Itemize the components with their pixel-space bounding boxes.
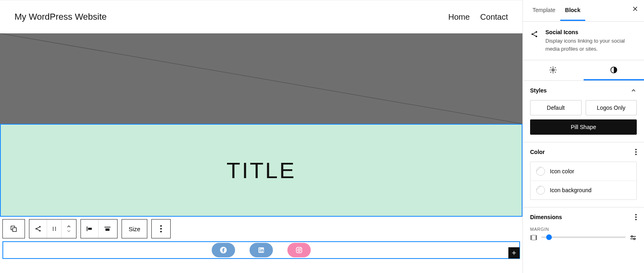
title-block[interactable]: TITLE	[0, 124, 522, 217]
svg-point-19	[160, 225, 162, 227]
svg-point-27	[298, 249, 300, 251]
styles-title: Styles	[530, 87, 547, 94]
toolbar-group-block	[29, 219, 76, 238]
social-icons-block[interactable]	[2, 241, 520, 259]
color-title: Color	[530, 149, 545, 155]
tab-template[interactable]: Template	[528, 0, 560, 21]
dots-vertical-icon	[635, 149, 637, 155]
drag-handle[interactable]	[47, 220, 62, 238]
svg-point-25	[259, 248, 260, 249]
svg-point-14	[55, 230, 56, 230]
editor-canvas: My WordPress Website Home Contact TITLE	[0, 0, 522, 273]
svg-point-45	[635, 219, 637, 220]
subtab-styles[interactable]	[584, 60, 644, 80]
hero-image-placeholder[interactable]	[0, 33, 522, 124]
margin-custom-button[interactable]	[630, 234, 637, 241]
svg-point-10	[55, 227, 56, 228]
icon-color-label: Icon color	[550, 168, 574, 174]
subtab-settings[interactable]	[523, 60, 584, 80]
close-sidebar-button[interactable]	[632, 6, 638, 12]
style-default[interactable]: Default	[530, 100, 582, 115]
margin-label: MARGIN	[523, 227, 644, 232]
social-instagram[interactable]	[287, 243, 311, 257]
close-icon	[632, 6, 638, 12]
drag-icon	[52, 226, 57, 232]
move-icon	[66, 224, 72, 233]
align-icon	[103, 225, 111, 233]
linkedin-icon	[258, 246, 265, 254]
dimensions-title: Dimensions	[530, 214, 562, 220]
justify-left-icon	[86, 225, 94, 233]
empty-swatch-icon	[536, 186, 545, 195]
icon-background-label: Icon background	[550, 187, 592, 193]
svg-rect-3	[13, 228, 17, 232]
margin-slider[interactable]	[541, 236, 625, 239]
nav-link-contact[interactable]: Contact	[480, 12, 508, 22]
svg-point-52	[634, 238, 635, 240]
icon-color-row[interactable]: Icon color	[530, 162, 636, 181]
dimensions-options-menu[interactable]	[635, 214, 637, 220]
site-header: My WordPress Website Home Contact	[0, 0, 522, 33]
svg-line-37	[533, 35, 535, 36]
social-facebook[interactable]	[212, 243, 235, 257]
svg-line-8	[37, 229, 39, 230]
svg-point-28	[300, 248, 301, 249]
svg-point-4	[35, 228, 37, 230]
instagram-icon	[295, 246, 303, 254]
svg-rect-16	[88, 228, 91, 230]
block-info: Social Icons Display icons linking to yo…	[523, 22, 644, 60]
share-button[interactable]	[29, 220, 47, 238]
share-icon	[34, 225, 42, 233]
style-options: Default Logos Only Pill Shape	[523, 100, 644, 142]
add-block-button[interactable]	[508, 247, 520, 259]
svg-point-42	[635, 154, 637, 155]
site-title[interactable]: My WordPress Website	[14, 12, 107, 22]
share-icon	[530, 30, 540, 53]
block-title: Social Icons	[545, 29, 637, 35]
svg-line-7	[37, 227, 39, 228]
svg-rect-18	[105, 228, 109, 231]
plus-icon	[511, 250, 517, 256]
icon-background-row[interactable]: Icon background	[530, 181, 636, 199]
settings-sidebar: Template Block Social Icons Display icon…	[522, 0, 644, 273]
color-options-menu[interactable]	[635, 149, 637, 155]
size-button[interactable]: Size	[122, 219, 147, 238]
svg-rect-46	[532, 235, 536, 240]
nav-link-home[interactable]: Home	[448, 12, 470, 22]
chevron-up-icon	[630, 87, 637, 94]
svg-point-34	[536, 31, 537, 33]
more-options-button[interactable]	[151, 219, 171, 238]
align-button[interactable]	[99, 220, 116, 238]
svg-point-21	[160, 231, 162, 232]
margin-sides-icon[interactable]	[530, 234, 537, 241]
site-nav: Home Contact	[448, 12, 508, 22]
svg-point-9	[52, 227, 53, 228]
margin-control	[523, 232, 644, 246]
tab-block[interactable]: Block	[560, 0, 585, 21]
size-label: Size	[128, 226, 140, 232]
svg-point-5	[39, 226, 41, 228]
style-logos-only[interactable]: Logos Only	[586, 100, 637, 115]
slider-thumb[interactable]	[546, 234, 552, 240]
color-panel-header[interactable]: Color	[523, 142, 644, 162]
block-toolbar: Size	[0, 217, 522, 238]
styles-panel-header[interactable]: Styles	[523, 81, 644, 100]
justify-button[interactable]	[81, 220, 99, 238]
dimensions-panel-header[interactable]: Dimensions	[523, 207, 644, 227]
block-description: Display icons linking to your social med…	[545, 37, 637, 53]
svg-point-50	[631, 236, 633, 237]
style-pill-shape[interactable]: Pill Shape	[530, 119, 637, 135]
gear-icon	[549, 66, 557, 74]
social-linkedin[interactable]	[250, 243, 273, 257]
empty-swatch-icon	[536, 167, 545, 176]
title-text[interactable]: TITLE	[227, 157, 296, 183]
sidebar-tabs: Template Block	[523, 0, 644, 22]
svg-point-41	[635, 151, 637, 153]
dots-vertical-icon	[635, 214, 637, 220]
parent-block-button[interactable]	[2, 219, 25, 238]
block-subtabs	[523, 60, 644, 81]
move-up-down[interactable]	[62, 220, 76, 238]
svg-point-33	[531, 33, 533, 35]
copy-icon	[10, 225, 18, 233]
svg-line-36	[533, 32, 535, 34]
